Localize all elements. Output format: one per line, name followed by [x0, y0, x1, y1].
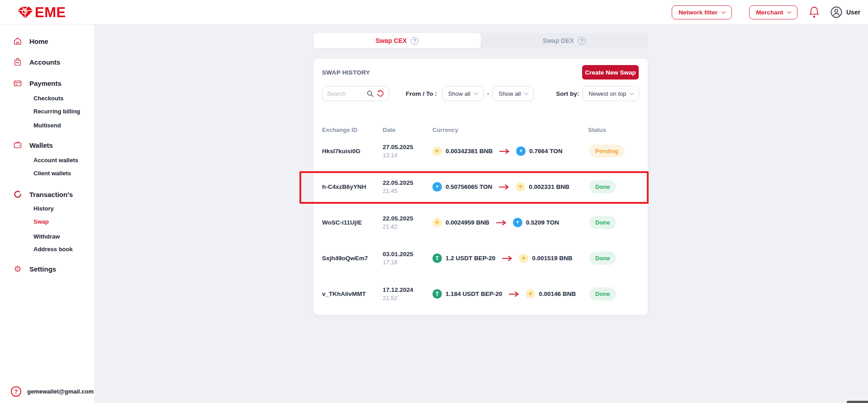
arrow-right-icon — [498, 184, 510, 190]
status-badge: Pending — [589, 145, 624, 158]
sidebar-item-address-book[interactable]: Address book — [33, 243, 73, 255]
account-email: gemewallet@gmail.com — [27, 388, 94, 395]
date-cell: 03.01.2025 17:18 — [383, 251, 432, 266]
arrow-right-icon — [495, 220, 507, 226]
status-badge: Done — [589, 216, 616, 229]
wallet-icon — [13, 140, 23, 150]
network-filter-button[interactable]: Network filter — [672, 5, 732, 19]
table-row[interactable]: WoSC-i11UjlE 22.05.2025 21:42 0.0024959 … — [313, 205, 648, 240]
table-row[interactable]: Sxjh49oQwEm7 03.01.2025 17:18 1.2 USDT B… — [313, 240, 648, 276]
gear-icon: ⚙ — [13, 264, 23, 274]
user-avatar-icon — [830, 6, 842, 18]
table-row-highlighted[interactable]: h-C4xzB6yYNH 22.05.2025 21:45 0.50756065… — [313, 169, 648, 205]
bag-icon — [13, 57, 23, 67]
status-cell: Pending — [588, 145, 639, 158]
tab-swap-dex[interactable]: Swap DEX ? — [481, 33, 648, 48]
ton-coin-icon — [513, 218, 522, 227]
chevron-down-icon — [787, 9, 791, 14]
sidebar-item-payments[interactable]: Payments — [13, 77, 62, 89]
network-filter-label: Network filter — [678, 9, 717, 16]
chevron-down-icon — [630, 91, 634, 95]
currency-cell: 0.0024959 BNB 0.5209 TON — [432, 218, 588, 227]
usdt-coin-icon — [432, 289, 442, 299]
table-body: HksI7kuisi0G 27.05.2025 13:14 0.00342381… — [313, 133, 648, 312]
table-row[interactable]: v_TKhAlivMMT 17.12.2024 21:52 1.184 USDT… — [313, 276, 648, 312]
user-label: User — [846, 9, 860, 16]
currency-cell: 0.50756065 TON 0.002331 BNB — [432, 182, 588, 192]
sidebar-item-checkouts[interactable]: Checkouts — [33, 92, 63, 104]
bnb-coin-icon — [519, 253, 528, 263]
scrollbar-corner[interactable] — [847, 401, 868, 403]
sidebar-item-settings[interactable]: ⚙ Settings — [13, 262, 56, 275]
exchange-id: Sxjh49oQwEm7 — [322, 255, 383, 262]
home-icon — [13, 36, 23, 46]
bnb-coin-icon — [432, 218, 442, 227]
search-input[interactable] — [327, 90, 364, 97]
sidebar-item-swap[interactable]: Swap — [33, 216, 49, 227]
sidebar-item-withdraw[interactable]: Withdraw — [33, 230, 60, 242]
panel-title: SWAP HISTORY — [322, 69, 370, 76]
help-icon: ? — [11, 386, 21, 397]
sidebar-item-recurring-billing[interactable]: Recurring billing — [33, 105, 80, 117]
usdt-coin-icon — [432, 253, 442, 263]
notifications-bell-icon[interactable] — [809, 6, 820, 19]
card-icon — [13, 78, 23, 88]
bnb-coin-icon — [432, 146, 442, 156]
currency-cell: 1.184 USDT BEP-20 0.00146 BNB — [432, 289, 588, 299]
top-header: EME Network filter Merchant User — [0, 0, 868, 25]
sidebar-item-client-wallets[interactable]: Client wallets — [33, 167, 71, 179]
date-cell: 27.05.2025 13:14 — [383, 144, 432, 159]
help-icon[interactable]: ? — [411, 37, 418, 45]
refresh-icon — [13, 189, 23, 199]
sidebar-item-wallets[interactable]: Wallets — [13, 139, 53, 151]
create-new-swap-button[interactable]: Create New Swap — [582, 65, 639, 80]
sidebar-item-transactions[interactable]: Transaction's — [13, 188, 73, 201]
sort-select[interactable]: Newest on top — [583, 86, 639, 101]
exchange-id: v_TKhAlivMMT — [322, 291, 383, 297]
bnb-coin-icon — [516, 182, 525, 192]
main-content: Swap CEX ? Swap DEX ? SWAP HISTORY Creat… — [94, 25, 868, 403]
from-to-separator: - — [487, 90, 489, 97]
status-badge: Done — [589, 252, 616, 265]
geme-logo[interactable]: EME — [15, 0, 66, 25]
table-row[interactable]: HksI7kuisi0G 27.05.2025 13:14 0.00342381… — [313, 133, 648, 169]
support-email-row[interactable]: ? gemewallet@gmail.com — [11, 386, 94, 397]
user-menu[interactable]: User — [830, 6, 860, 18]
from-to-label: From / To : — [406, 90, 437, 97]
arrow-right-icon — [501, 255, 513, 262]
chevron-down-icon — [721, 9, 726, 14]
column-currency: Currency — [432, 127, 588, 133]
merchant-button[interactable]: Merchant — [749, 5, 797, 19]
date-cell: 22.05.2025 21:45 — [383, 179, 432, 194]
date-cell: 17.12.2024 21:52 — [383, 286, 432, 301]
currency-cell: 0.00342381 BNB 0.7664 TON — [432, 146, 588, 156]
sort-by-label: Sort by: — [556, 90, 579, 97]
search-icon[interactable] — [367, 90, 374, 97]
ton-coin-icon — [516, 146, 526, 156]
to-currency-select[interactable]: Show all — [493, 86, 534, 101]
status-cell: Done — [588, 216, 639, 229]
merchant-label: Merchant — [756, 9, 783, 16]
sidebar: Home Accounts Payments Checkouts Recurri… — [0, 25, 94, 403]
sidebar-item-home[interactable]: Home — [13, 35, 48, 47]
from-currency-select[interactable]: Show all — [442, 86, 484, 101]
status-cell: Done — [588, 287, 639, 300]
reset-search-icon[interactable] — [377, 90, 384, 97]
search-box[interactable] — [322, 86, 389, 101]
filters-row: From / To : Show all - Show all Sort by:… — [313, 86, 648, 101]
column-status: Status — [588, 127, 639, 133]
exchange-id: h-C4xzB6yYNH — [322, 183, 383, 190]
sidebar-item-accounts[interactable]: Accounts — [13, 56, 60, 68]
status-badge: Done — [589, 287, 616, 300]
sidebar-item-account-wallets[interactable]: Account wallets — [33, 154, 78, 166]
column-exchange-id: Exchange ID — [322, 127, 383, 133]
status-cell: Done — [588, 252, 639, 265]
help-icon[interactable]: ? — [578, 37, 586, 45]
swap-tabs: Swap CEX ? Swap DEX ? — [313, 33, 648, 48]
arrow-right-icon — [498, 148, 510, 155]
sidebar-item-history[interactable]: History — [33, 202, 54, 214]
exchange-id: WoSC-i11UjlE — [322, 219, 383, 226]
tab-swap-cex[interactable]: Swap CEX ? — [313, 33, 481, 48]
sidebar-item-multisend[interactable]: Multisend — [33, 119, 61, 131]
table-header: Exchange ID Date Currency Status — [313, 127, 648, 133]
